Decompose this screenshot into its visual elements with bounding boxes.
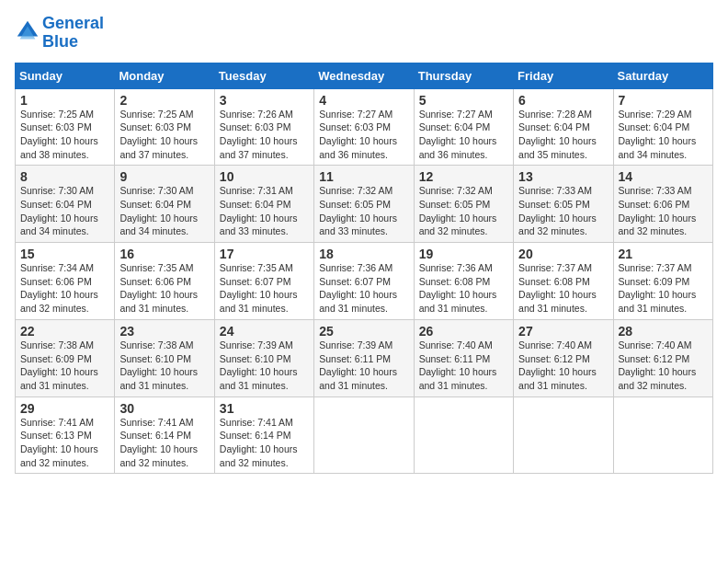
calendar-cell: 13 Sunrise: 7:33 AMSunset: 6:05 PMDaylig… [514,166,613,243]
cell-date: 25 [319,324,408,339]
cell-date: 13 [518,169,608,184]
calendar-cell: 20 Sunrise: 7:37 AMSunset: 6:08 PMDaylig… [514,243,613,320]
calendar-cell: 16 Sunrise: 7:35 AMSunset: 6:06 PMDaylig… [115,243,214,320]
calendar-cell: 30 Sunrise: 7:41 AMSunset: 6:14 PMDaylig… [115,396,214,474]
cell-date: 31 [220,401,309,416]
cell-info: Sunrise: 7:36 AMSunset: 6:07 PMDaylight:… [319,262,397,314]
calendar-cell: 10 Sunrise: 7:31 AMSunset: 6:04 PMDaylig… [214,166,313,243]
calendar-cell: 8 Sunrise: 7:30 AMSunset: 6:04 PMDayligh… [16,166,115,243]
cell-info: Sunrise: 7:36 AMSunset: 6:08 PMDaylight:… [419,262,497,314]
cell-info: Sunrise: 7:40 AMSunset: 6:11 PMDaylight:… [419,339,497,391]
cell-info: Sunrise: 7:26 AMSunset: 6:03 PMDaylight:… [220,109,298,160]
logo: General Blue [15,15,104,52]
calendar-cell: 31 Sunrise: 7:41 AMSunset: 6:14 PMDaylig… [214,396,313,474]
cell-info: Sunrise: 7:28 AMSunset: 6:04 PMDaylight:… [518,109,597,160]
cell-date: 4 [319,93,408,108]
calendar-cell: 24 Sunrise: 7:39 AMSunset: 6:10 PMDaylig… [214,319,313,396]
cell-date: 3 [220,93,309,108]
cell-date: 12 [419,169,508,184]
cell-date: 26 [419,324,508,339]
cell-date: 30 [119,401,209,416]
cell-date: 9 [119,169,209,184]
calendar-week-5: 29 Sunrise: 7:41 AMSunset: 6:13 PMDaylig… [16,396,713,474]
cell-date: 7 [619,93,708,108]
cell-date: 15 [20,247,109,261]
calendar-cell: 2 Sunrise: 7:25 AMSunset: 6:03 PMDayligh… [115,88,214,166]
calendar-cell: 19 Sunrise: 7:36 AMSunset: 6:08 PMDaylig… [414,243,513,320]
cell-date: 2 [119,93,209,108]
calendar-cell [613,396,712,474]
calendar-cell: 25 Sunrise: 7:39 AMSunset: 6:11 PMDaylig… [314,319,414,396]
calendar-header: SundayMondayTuesdayWednesdayThursdayFrid… [16,63,713,88]
cell-date: 27 [518,324,608,339]
cell-date: 8 [20,169,109,184]
cell-date: 20 [518,247,608,261]
cell-date: 28 [619,324,708,339]
cell-date: 24 [220,324,309,339]
calendar-cell: 17 Sunrise: 7:35 AMSunset: 6:07 PMDaylig… [214,243,313,320]
calendar-cell: 5 Sunrise: 7:27 AMSunset: 6:04 PMDayligh… [414,88,513,166]
calendar-cell: 23 Sunrise: 7:38 AMSunset: 6:10 PMDaylig… [115,319,214,396]
calendar-cell: 28 Sunrise: 7:40 AMSunset: 6:12 PMDaylig… [613,319,712,396]
cell-date: 5 [419,93,508,108]
calendar-table: SundayMondayTuesdayWednesdayThursdayFrid… [15,63,713,475]
col-header-monday: Monday [115,63,214,88]
calendar-cell: 21 Sunrise: 7:37 AMSunset: 6:09 PMDaylig… [613,243,712,320]
calendar-cell: 3 Sunrise: 7:26 AMSunset: 6:03 PMDayligh… [214,88,313,166]
cell-info: Sunrise: 7:35 AMSunset: 6:07 PMDaylight:… [220,262,298,314]
calendar-cell: 7 Sunrise: 7:29 AMSunset: 6:04 PMDayligh… [613,88,712,166]
calendar-cell: 18 Sunrise: 7:36 AMSunset: 6:07 PMDaylig… [314,243,414,320]
cell-info: Sunrise: 7:30 AMSunset: 6:04 PMDaylight:… [20,185,98,236]
cell-date: 19 [419,247,508,261]
cell-date: 1 [20,93,109,108]
cell-info: Sunrise: 7:41 AMSunset: 6:14 PMDaylight:… [119,417,198,468]
cell-date: 14 [619,169,708,184]
page-header: General Blue [15,15,713,52]
cell-date: 17 [220,247,309,261]
cell-date: 11 [319,169,408,184]
cell-info: Sunrise: 7:39 AMSunset: 6:11 PMDaylight:… [319,339,397,391]
cell-date: 10 [220,169,309,184]
logo-icon [15,18,40,44]
col-header-sunday: Sunday [16,63,115,88]
cell-info: Sunrise: 7:25 AMSunset: 6:03 PMDaylight:… [119,109,198,160]
logo-text: General Blue [42,15,104,52]
cell-info: Sunrise: 7:40 AMSunset: 6:12 PMDaylight:… [619,339,697,391]
cell-info: Sunrise: 7:27 AMSunset: 6:04 PMDaylight:… [419,109,497,160]
calendar-cell: 12 Sunrise: 7:32 AMSunset: 6:05 PMDaylig… [414,166,513,243]
cell-info: Sunrise: 7:32 AMSunset: 6:05 PMDaylight:… [319,185,397,236]
cell-info: Sunrise: 7:39 AMSunset: 6:10 PMDaylight:… [220,339,298,391]
calendar-cell: 14 Sunrise: 7:33 AMSunset: 6:06 PMDaylig… [613,166,712,243]
cell-info: Sunrise: 7:33 AMSunset: 6:05 PMDaylight:… [518,185,597,236]
cell-info: Sunrise: 7:38 AMSunset: 6:09 PMDaylight:… [20,339,98,391]
cell-info: Sunrise: 7:33 AMSunset: 6:06 PMDaylight:… [619,185,697,236]
calendar-cell: 27 Sunrise: 7:40 AMSunset: 6:12 PMDaylig… [514,319,613,396]
calendar-cell [314,396,414,474]
cell-info: Sunrise: 7:40 AMSunset: 6:12 PMDaylight:… [518,339,597,391]
col-header-saturday: Saturday [613,63,712,88]
cell-info: Sunrise: 7:29 AMSunset: 6:04 PMDaylight:… [619,109,697,160]
cell-info: Sunrise: 7:30 AMSunset: 6:04 PMDaylight:… [119,185,198,236]
cell-date: 18 [319,247,408,261]
cell-date: 23 [119,324,209,339]
cell-date: 22 [20,324,109,339]
calendar-cell: 26 Sunrise: 7:40 AMSunset: 6:11 PMDaylig… [414,319,513,396]
col-header-wednesday: Wednesday [314,63,414,88]
calendar-cell [414,396,513,474]
calendar-week-4: 22 Sunrise: 7:38 AMSunset: 6:09 PMDaylig… [16,319,713,396]
calendar-week-3: 15 Sunrise: 7:34 AMSunset: 6:06 PMDaylig… [16,243,713,320]
cell-info: Sunrise: 7:41 AMSunset: 6:13 PMDaylight:… [20,417,98,468]
cell-info: Sunrise: 7:38 AMSunset: 6:10 PMDaylight:… [119,339,198,391]
cell-date: 16 [119,247,209,261]
calendar-week-2: 8 Sunrise: 7:30 AMSunset: 6:04 PMDayligh… [16,166,713,243]
cell-info: Sunrise: 7:31 AMSunset: 6:04 PMDaylight:… [220,185,298,236]
cell-info: Sunrise: 7:27 AMSunset: 6:03 PMDaylight:… [319,109,397,160]
cell-info: Sunrise: 7:41 AMSunset: 6:14 PMDaylight:… [220,417,298,468]
col-header-thursday: Thursday [414,63,513,88]
calendar-cell [514,396,613,474]
calendar-cell: 11 Sunrise: 7:32 AMSunset: 6:05 PMDaylig… [314,166,414,243]
calendar-cell: 29 Sunrise: 7:41 AMSunset: 6:13 PMDaylig… [16,396,115,474]
calendar-cell: 4 Sunrise: 7:27 AMSunset: 6:03 PMDayligh… [314,88,414,166]
calendar-cell: 9 Sunrise: 7:30 AMSunset: 6:04 PMDayligh… [115,166,214,243]
cell-date: 21 [619,247,708,261]
